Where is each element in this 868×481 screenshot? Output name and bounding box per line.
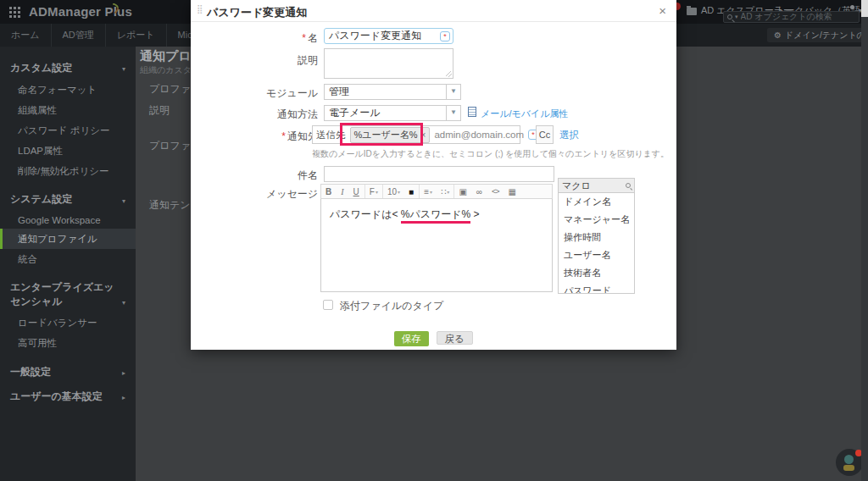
recipient-placeholder: admin@domain.com bbox=[434, 130, 524, 140]
sidebar-arrow-icon: ▾ bbox=[119, 65, 125, 75]
name-label: *名 bbox=[198, 31, 318, 46]
message-label: メッセージ bbox=[198, 187, 318, 202]
background-form-label: 説明 bbox=[149, 103, 170, 118]
sidebar-item[interactable]: Google Workspace bbox=[0, 211, 136, 229]
nav-tab[interactable]: レポート bbox=[106, 24, 167, 47]
sidebar-item[interactable]: ロードバランサー bbox=[0, 313, 136, 334]
resize-handle-icon[interactable] bbox=[446, 71, 452, 77]
scrollbar-thumb[interactable] bbox=[861, 0, 868, 17]
align-icon[interactable]: ≡ ▾ bbox=[419, 185, 437, 198]
macro-list-item[interactable]: 操作時間 bbox=[559, 229, 634, 246]
description-textarea[interactable] bbox=[324, 48, 453, 79]
module-label: モジュール bbox=[198, 86, 318, 101]
macro-search-icon[interactable] bbox=[626, 183, 631, 188]
search-scope-caret-icon: ▾ bbox=[735, 14, 738, 20]
dialog-title: パスワード変更通知 bbox=[207, 5, 307, 20]
macro-list: ドメイン名マネージャー名操作時間ユーザー名技術者名パスワードアクション ユニーク… bbox=[558, 193, 635, 294]
sidebar-item[interactable]: LDAP属性 bbox=[0, 141, 136, 161]
chevron-down-icon: ▼ bbox=[446, 85, 460, 99]
drag-handle-icon[interactable]: ⣿ bbox=[197, 4, 203, 14]
sidebar-arrow-icon: ▸ bbox=[119, 369, 125, 379]
password-change-notification-dialog: ⣿ パスワード変更通知 × *名 パスワード変更通知 説明 モジュール 管理▼ … bbox=[191, 0, 676, 350]
message-text: パスワードは< %パスワード% > bbox=[330, 207, 480, 222]
select-recipient-link[interactable]: 選択 bbox=[559, 129, 579, 141]
macro-picker-icon[interactable] bbox=[440, 31, 450, 41]
sidebar-item[interactable]: パスワード ポリシー bbox=[0, 120, 136, 141]
list-icon[interactable]: ∷ ▾ bbox=[437, 185, 453, 198]
attachment-type-checkbox[interactable] bbox=[323, 300, 333, 310]
back-button[interactable]: 戻る bbox=[437, 331, 473, 345]
recipient-label: *通知先 bbox=[198, 130, 318, 144]
attachment-type-label: 添付ファイルのタイプ bbox=[340, 299, 443, 313]
insert-table-icon[interactable]: ▦ bbox=[504, 185, 520, 198]
font-size-icon[interactable]: 10 ▾ bbox=[382, 185, 404, 198]
sidebar-item[interactable]: システム設定 ▾ bbox=[10, 192, 125, 206]
macro-panel: マクロ ドメイン名マネージャー名操作時間ユーザー名技術者名パスワードアクション … bbox=[558, 178, 635, 294]
required-asterisk: * bbox=[302, 32, 306, 44]
sidebar-item[interactable]: 高可用性 bbox=[0, 334, 136, 354]
close-icon[interactable]: × bbox=[659, 3, 666, 18]
search-placeholder: AD オブジェクトの検索 bbox=[741, 11, 832, 23]
sidebar-item[interactable]: 統合 bbox=[0, 249, 136, 269]
password-macro-annotated: %パスワード% bbox=[401, 208, 470, 224]
gear-icon: ⚙ bbox=[774, 30, 782, 40]
sidebar-arrow-icon: ▾ bbox=[119, 299, 125, 308]
sidebar-arrow-icon: ▾ bbox=[119, 197, 125, 207]
underline-icon[interactable]: U bbox=[349, 185, 364, 198]
apps-grid-icon[interactable] bbox=[9, 7, 20, 18]
dialog-header: ⣿ パスワード変更通知 × bbox=[191, 0, 676, 22]
insert-code-icon[interactable]: <> bbox=[487, 185, 504, 198]
chevron-down-icon: ▼ bbox=[446, 106, 460, 120]
macro-list-item[interactable]: パスワード bbox=[559, 282, 634, 294]
attribute-doc-icon bbox=[468, 107, 476, 117]
folder-icon bbox=[687, 8, 697, 15]
mail-mobile-attribute-link[interactable]: メール/モバイル属性 bbox=[481, 108, 569, 120]
sidebar-item[interactable]: 組織属性 bbox=[0, 100, 136, 120]
font-color-icon[interactable]: ■ bbox=[404, 185, 419, 198]
macro-list-item[interactable]: ドメイン名 bbox=[559, 193, 634, 211]
cc-button[interactable]: Cc bbox=[536, 125, 554, 144]
richtext-toolbar: B I U F ▾ 10 ▾ ■ ≡ bbox=[320, 184, 553, 199]
insert-link-icon[interactable]: ∞ bbox=[472, 185, 487, 198]
sidebar-item[interactable]: 命名フォーマット bbox=[0, 80, 136, 100]
settings-sidebar: カスタム設定 ▾ 命名フォーマット 組織属性 パスワード ポリシー LDAP属性… bbox=[0, 47, 136, 481]
required-asterisk: * bbox=[281, 130, 286, 142]
method-label: 通知方法 bbox=[198, 108, 318, 122]
sidebar-item[interactable]: 通知プロファイル bbox=[0, 229, 136, 249]
sidebar-item[interactable]: 削除/無効化ポリシー bbox=[0, 161, 136, 181]
bold-icon[interactable]: B bbox=[321, 185, 337, 198]
description-label: 説明 bbox=[198, 53, 318, 68]
search-icon bbox=[727, 14, 732, 19]
ad-object-search-input[interactable]: ▾ AD オブジェクトの検索 bbox=[723, 11, 860, 23]
sidebar-item[interactable]: 一般設定 ▸ bbox=[10, 365, 125, 379]
module-select[interactable]: 管理▼ bbox=[324, 84, 461, 100]
italic-icon[interactable]: I bbox=[337, 185, 348, 198]
nav-tab[interactable]: ホーム bbox=[0, 24, 52, 47]
app-window: ADManager Plus AD エクスプローラー トークバック（英語） ▾ … bbox=[0, 0, 868, 481]
sidebar-item[interactable]: エンタープライズエッセンシャル ▾ bbox=[10, 280, 125, 307]
notification-method-select[interactable]: 電子メール▼ bbox=[324, 105, 461, 121]
subject-label: 件名 bbox=[198, 169, 318, 183]
sidebar-item[interactable]: カスタム設定 ▾ bbox=[10, 61, 125, 75]
sidebar-item[interactable]: ユーザーの基本設定 ▸ bbox=[10, 390, 125, 403]
macro-list-item[interactable]: マネージャー名 bbox=[559, 211, 634, 229]
font-family-icon[interactable]: F ▾ bbox=[364, 185, 382, 198]
macro-list-item[interactable]: 技術者名 bbox=[559, 264, 634, 282]
insert-image-icon[interactable]: ▣ bbox=[453, 185, 471, 198]
macro-panel-header: マクロ bbox=[558, 178, 635, 193]
page-scrollbar[interactable] bbox=[861, 0, 868, 481]
message-editor[interactable]: パスワードは< %パスワード% > bbox=[320, 199, 553, 292]
nav-tab[interactable]: AD管理 bbox=[52, 24, 106, 47]
macro-list-item[interactable]: ユーザー名 bbox=[559, 246, 634, 264]
save-button[interactable]: 保存 bbox=[394, 331, 429, 346]
subject-input[interactable] bbox=[324, 166, 554, 182]
annotation-highlight-box bbox=[340, 123, 423, 146]
help-chat-icon[interactable] bbox=[836, 449, 863, 476]
domain-tenant-settings-button[interactable]: ⚙ドメイン/テナントの設定 bbox=[767, 28, 868, 42]
name-input[interactable]: パスワード変更通知 bbox=[324, 28, 453, 44]
sidebar-arrow-icon: ▸ bbox=[119, 394, 125, 403]
dialog-footer: 保存 戻る bbox=[191, 331, 676, 346]
recipient-help-text: 複数のメールIDを入力するときに、セミコロン (;) を使用して個々のエントリを… bbox=[312, 148, 669, 160]
